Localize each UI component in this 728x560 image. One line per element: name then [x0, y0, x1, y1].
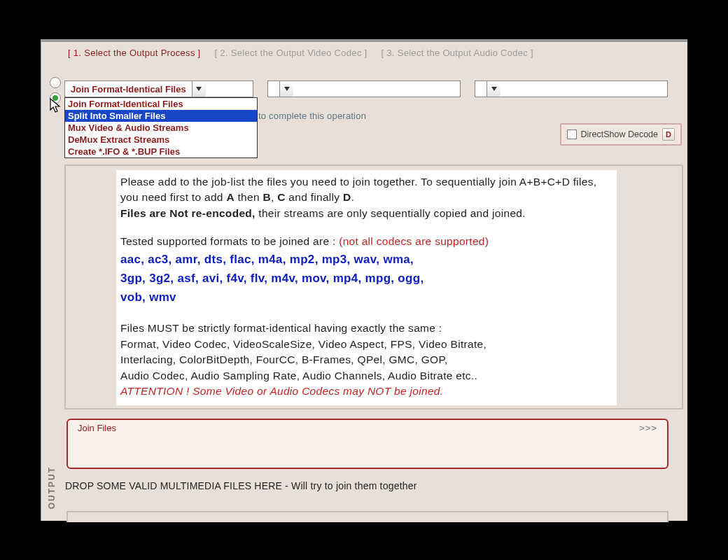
instructions-text: Please add to the job-list the files you… — [116, 170, 617, 405]
output-title: Join Files — [78, 423, 116, 433]
text: Please add to the job-list the files you… — [120, 176, 596, 203]
mode-radio-1[interactable] — [50, 77, 61, 88]
status-text: to complete this operation — [258, 111, 366, 121]
step-3-label: [ 3. Select the Output Audio Codec ] — [382, 48, 534, 58]
text: Tested supported formats to be joined ar… — [120, 235, 339, 247]
text: Format, Video Codec, VideoScaleSize, Vid… — [120, 338, 486, 350]
directshow-decode-panel: DirectShow Decode D — [560, 123, 682, 146]
step-2-label: [ 2. Select the Output Video Codec ] — [215, 48, 368, 58]
text: their streams are only sequentially copi… — [255, 207, 526, 219]
mode-radio-group — [50, 77, 61, 104]
lower-panel — [66, 511, 668, 522]
dropdown-option[interactable]: Split Into Smaller Files — [65, 110, 257, 122]
directshow-checkbox[interactable] — [567, 130, 577, 139]
text: D — [343, 191, 351, 203]
output-section-label: OUTPUT — [47, 466, 57, 509]
video-codec-dropdown[interactable] — [267, 80, 461, 97]
text: . — [351, 191, 355, 203]
dropdown-option[interactable]: Join Format-Identical Files — [65, 98, 257, 110]
output-process-dropdown[interactable]: Join Format-Identical Files — [64, 80, 253, 97]
output-box[interactable]: Join Files >>> — [66, 419, 668, 469]
supported-formats-line: aac, ac3, amr, dts, flac, m4a, mp2, mp3,… — [120, 253, 414, 266]
dropdown-option[interactable]: Mux Video & Audio Streams — [65, 122, 257, 134]
instructions-panel: Please add to the job-list the files you… — [64, 164, 683, 410]
dropdown-option[interactable]: Create *.IFO & *.BUP Files — [65, 146, 257, 158]
directshow-label: DirectShow Decode — [581, 130, 658, 139]
app-window: [ 1. Select the Output Process ] [ 2. Se… — [41, 39, 687, 521]
output-process-dropdown-menu: Join Format-Identical Files Split Into S… — [64, 97, 258, 158]
text: B — [262, 191, 271, 203]
text: Files MUST be strictly format-identical … — [120, 322, 442, 334]
drop-hint-text: DROP SOME VALID MULTIMEDIA FILES HERE - … — [65, 480, 417, 491]
audio-codec-dropdown[interactable] — [475, 80, 668, 97]
text: Interlacing, ColorBitDepth, FourCC, B-Fr… — [120, 354, 448, 365]
attention-text: ATTENTION ! Some Video or Audio Codecs m… — [120, 385, 443, 397]
chevron-down-icon — [486, 81, 500, 97]
text: then — [234, 191, 263, 203]
text: Audio Codec, Audio Sampling Rate, Audio … — [120, 370, 477, 382]
text: A — [226, 191, 234, 203]
dropdown-row: Join Format-Identical Files — [64, 80, 668, 97]
text: C — [277, 191, 286, 203]
supported-formats-line: vob, wmv — [120, 290, 176, 304]
directshow-settings-button[interactable]: D — [662, 128, 675, 141]
output-process-value: Join Format-Identical Files — [65, 84, 192, 94]
mode-radio-2[interactable] — [50, 92, 61, 104]
text: and finally — [286, 191, 343, 203]
supported-formats-line: 3gp, 3g2, asf, avi, f4v, flv, m4v, mov, … — [120, 272, 424, 285]
text: Files are Not re-encoded, — [120, 207, 255, 219]
chevron-down-icon — [192, 81, 206, 97]
text: , — [271, 191, 277, 203]
dropdown-option[interactable]: DeMux Extract Streams — [65, 134, 257, 146]
step-header-row: [ 1. Select the Output Process ] [ 2. Se… — [41, 42, 687, 58]
chevron-down-icon — [279, 81, 293, 97]
text: (not all codecs are supported) — [339, 235, 489, 247]
output-more-indicator[interactable]: >>> — [639, 423, 657, 433]
step-1-label: [ 1. Select the Output Process ] — [68, 48, 201, 58]
